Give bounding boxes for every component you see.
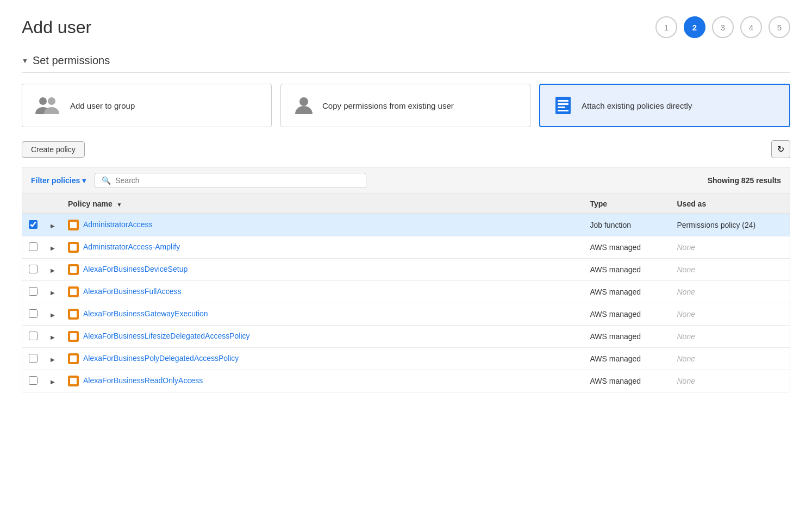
row-checkbox-6[interactable] (29, 354, 38, 363)
search-icon: 🔍 (102, 176, 111, 185)
row-checkbox-1[interactable] (29, 242, 38, 251)
expand-arrow-icon[interactable]: ▶ (51, 245, 55, 251)
table-row[interactable]: ▶AdministratorAccess-AmplifyAWS managedN… (22, 236, 790, 259)
svg-rect-4 (558, 100, 569, 102)
table-row[interactable]: ▶AlexaForBusinessGatewayExecutionAWS man… (22, 303, 790, 326)
table-header: Policy name ▼ Type Used as (22, 194, 790, 214)
policy-type: AWS managed (584, 370, 671, 392)
none-label: None (677, 265, 695, 274)
expand-arrow-icon[interactable]: ▶ (51, 290, 55, 296)
expand-arrow-icon[interactable]: ▶ (51, 357, 55, 363)
policy-icon (68, 220, 79, 230)
row-checkbox-5[interactable] (29, 332, 38, 340)
step-4[interactable]: 4 (740, 16, 762, 38)
policy-name-link[interactable]: AlexaForBusinessDeviceSetup (83, 265, 188, 273)
policy-type: AWS managed (584, 259, 671, 281)
section-title: Set permissions (33, 54, 110, 67)
policy-name-link[interactable]: AdministratorAccess-Amplify (83, 242, 180, 251)
refresh-icon: ↻ (777, 145, 784, 154)
expand-arrow-icon[interactable]: ▶ (51, 379, 55, 385)
policy-icon (68, 331, 79, 342)
step-3[interactable]: 3 (712, 16, 734, 38)
policy-type: AWS managed (584, 303, 671, 326)
row-checkbox-7[interactable] (29, 376, 38, 385)
permission-cards: Add user to group Copy permissions from … (22, 84, 790, 127)
table-row[interactable]: ▶AdministratorAccessJob functionPermissi… (22, 214, 790, 236)
table-row[interactable]: ▶AlexaForBusinessDeviceSetupAWS managedN… (22, 259, 790, 281)
policy-icon (68, 353, 79, 364)
table-row[interactable]: ▶AlexaForBusinessReadOnlyAccessAWS manag… (22, 370, 790, 392)
policy-name-link[interactable]: AlexaForBusinessLifesizeDelegatedAccessP… (83, 332, 250, 340)
row-checkbox-0[interactable] (29, 220, 38, 229)
page-header: Add user 12345 (22, 16, 790, 38)
policy-name-link[interactable]: AdministratorAccess (83, 220, 153, 229)
col-header-usedas: Used as (671, 194, 790, 214)
none-label: None (677, 243, 695, 252)
col-header-check (22, 194, 45, 214)
policy-icon (68, 264, 79, 275)
card-attach-policies[interactable]: Attach existing policies directly (539, 84, 790, 127)
policy-type: AWS managed (584, 236, 671, 259)
card-add-to-group-label: Add user to group (70, 100, 135, 111)
expand-arrow-icon[interactable]: ▶ (51, 223, 55, 229)
col-header-expand (44, 194, 61, 214)
policy-type: Job function (584, 214, 671, 236)
policy-used-as: None (671, 370, 790, 392)
filter-chevron-icon: ▾ (82, 176, 86, 185)
card-add-to-group[interactable]: Add user to group (22, 84, 272, 127)
expand-arrow-icon[interactable]: ▶ (51, 267, 55, 273)
col-name-label: Policy name (68, 199, 113, 208)
none-label: None (677, 377, 695, 385)
section-chevron[interactable]: ▼ (22, 57, 28, 65)
expand-arrow-icon[interactable]: ▶ (51, 334, 55, 340)
table-row[interactable]: ▶AlexaForBusinessFullAccessAWS managedNo… (22, 281, 790, 303)
page-container: Add user 12345 ▼ Set permissions Add use… (0, 0, 812, 512)
policy-name-link[interactable]: AlexaForBusinessFullAccess (83, 287, 182, 296)
table-body: ▶AdministratorAccessJob functionPermissi… (22, 214, 790, 392)
toolbar: Create policy ↻ (22, 140, 790, 158)
create-policy-button[interactable]: Create policy (22, 141, 85, 158)
row-checkbox-3[interactable] (29, 287, 38, 296)
copy-user-icon (294, 96, 314, 115)
page-title: Add user (22, 17, 91, 38)
doc-icon (553, 96, 573, 115)
svg-rect-3 (555, 97, 571, 114)
policy-used-as: None (671, 348, 790, 370)
policy-name-link[interactable]: AlexaForBusinessGatewayExecution (83, 309, 208, 318)
none-label: None (677, 332, 695, 341)
card-copy-permissions[interactable]: Copy permissions from existing user (280, 84, 530, 127)
filter-bar: Filter policies ▾ 🔍 Showing 825 results (22, 167, 790, 193)
svg-point-2 (299, 97, 308, 106)
policy-icon (68, 286, 79, 297)
row-checkbox-4[interactable] (29, 309, 38, 318)
filter-policies-button[interactable]: Filter policies ▾ (31, 176, 86, 185)
table-row[interactable]: ▶AlexaForBusinessLifesizeDelegatedAccess… (22, 326, 790, 348)
policy-used-as: None (671, 281, 790, 303)
filter-policies-label: Filter policies (31, 176, 80, 185)
policy-icon (68, 376, 79, 386)
table-row[interactable]: ▶AlexaForBusinessPolyDelegatedAccessPoli… (22, 348, 790, 370)
step-5[interactable]: 5 (769, 16, 790, 38)
search-box: 🔍 (95, 173, 366, 188)
refresh-button[interactable]: ↻ (771, 140, 790, 158)
expand-arrow-icon[interactable]: ▶ (51, 312, 55, 318)
policies-table: Policy name ▼ Type Used as ▶Administrato… (22, 193, 790, 392)
svg-rect-5 (558, 103, 569, 105)
policy-icon (68, 309, 79, 320)
none-label: None (677, 310, 695, 319)
svg-point-1 (48, 97, 55, 105)
step-2[interactable]: 2 (684, 16, 705, 38)
card-attach-policies-label: Attach existing policies directly (582, 100, 692, 111)
col-header-type: Type (584, 194, 671, 214)
policy-name-link[interactable]: AlexaForBusinessReadOnlyAccess (83, 376, 203, 385)
sort-arrow-icon: ▼ (117, 202, 122, 208)
col-header-name[interactable]: Policy name ▼ (61, 194, 584, 214)
policy-used-as: None (671, 259, 790, 281)
step-1[interactable]: 1 (655, 16, 677, 38)
policy-name-link[interactable]: AlexaForBusinessPolyDelegatedAccessPolic… (83, 354, 239, 363)
row-checkbox-2[interactable] (29, 265, 38, 273)
policy-type: AWS managed (584, 326, 671, 348)
none-label: None (677, 288, 695, 296)
search-input[interactable] (115, 176, 359, 185)
svg-point-0 (39, 97, 47, 105)
